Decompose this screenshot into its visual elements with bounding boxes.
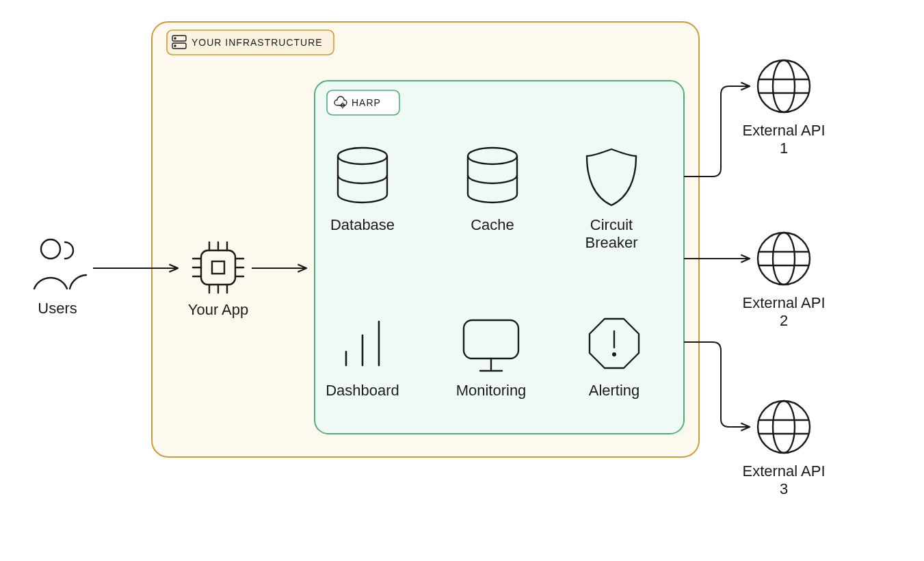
svg-point-17 bbox=[758, 60, 810, 112]
external-api-2-node: External API 2 bbox=[742, 233, 825, 329]
external-api-2-label: External API bbox=[742, 294, 825, 311]
external-api-3-number: 3 bbox=[780, 480, 788, 497]
globe-icon bbox=[758, 60, 810, 112]
dashboard-label: Dashboard bbox=[326, 382, 399, 399]
circuit-breaker-label-2: Breaker bbox=[585, 234, 637, 251]
external-api-3-node: External API 3 bbox=[742, 401, 825, 497]
external-api-2-number: 2 bbox=[780, 312, 788, 329]
circuit-breaker-label-1: Circuit bbox=[590, 216, 633, 233]
globe-icon bbox=[758, 401, 810, 453]
harp-container: HARP bbox=[315, 81, 684, 434]
monitoring-label: Monitoring bbox=[456, 382, 527, 399]
users-label: Users bbox=[38, 300, 77, 317]
your-app-label: Your App bbox=[188, 301, 249, 318]
svg-point-22 bbox=[773, 401, 795, 453]
svg-rect-6 bbox=[315, 81, 684, 434]
svg-point-18 bbox=[773, 60, 795, 112]
svg-point-21 bbox=[758, 401, 810, 453]
cache-label: Cache bbox=[471, 216, 514, 233]
external-api-1-node: External API 1 bbox=[742, 60, 825, 157]
svg-point-20 bbox=[773, 233, 795, 285]
svg-point-16 bbox=[613, 353, 616, 356]
svg-point-4 bbox=[174, 38, 176, 39]
external-api-3-label: External API bbox=[742, 462, 825, 480]
svg-point-19 bbox=[758, 233, 810, 285]
infrastructure-label: YOUR INFRASTRUCTURE bbox=[192, 37, 323, 48]
users-icon bbox=[34, 239, 86, 289]
alerting-label: Alerting bbox=[589, 382, 640, 399]
users-node: Users bbox=[34, 239, 86, 317]
globe-icon bbox=[758, 233, 810, 285]
architecture-diagram: YOUR INFRASTRUCTURE HARP Users bbox=[0, 0, 924, 561]
svg-point-5 bbox=[174, 45, 176, 47]
database-label: Database bbox=[330, 216, 395, 233]
external-api-1-label: External API bbox=[742, 122, 825, 139]
svg-point-9 bbox=[41, 239, 60, 259]
external-api-1-number: 1 bbox=[780, 140, 788, 157]
harp-label: HARP bbox=[352, 97, 381, 108]
